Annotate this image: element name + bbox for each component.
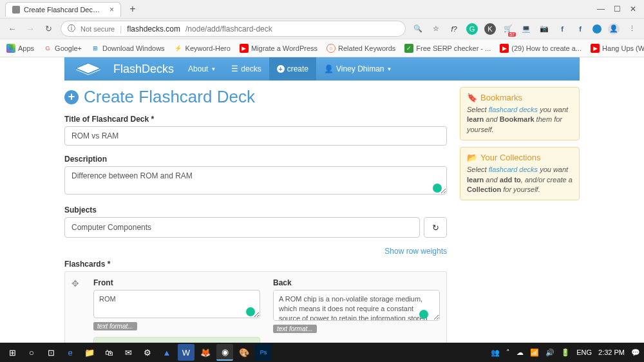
- mail-icon[interactable]: ✉: [120, 344, 137, 361]
- tray-up-icon[interactable]: ˄: [506, 348, 510, 357]
- back-text-format-button[interactable]: text format...: [273, 325, 317, 333]
- flashcard-decks-link[interactable]: flashcard decks: [489, 106, 538, 113]
- forward-button[interactable]: →: [24, 23, 36, 35]
- title-input[interactable]: [64, 126, 447, 146]
- front-text-format-button[interactable]: text format...: [93, 322, 137, 330]
- plus-circle-icon: +: [64, 90, 79, 104]
- avatar[interactable]: 👤: [608, 23, 620, 35]
- bookmark-google[interactable]: GGoogle+: [43, 44, 82, 53]
- volume-icon[interactable]: 🔊: [545, 348, 554, 357]
- ext-fb2-icon[interactable]: f: [574, 23, 586, 35]
- edge-icon[interactable]: e: [62, 344, 79, 361]
- title-label: Title of Flashcard Deck *: [64, 115, 447, 124]
- bookmark-apps[interactable]: ⠿Apps: [6, 44, 34, 53]
- grammarly-icon[interactable]: [246, 307, 255, 316]
- subjects-input[interactable]: [64, 217, 420, 238]
- cortana-button[interactable]: ○: [23, 344, 40, 361]
- new-tab-button[interactable]: +: [126, 3, 139, 15]
- bookmark-windows[interactable]: ⊞Download Windows: [91, 44, 165, 53]
- chrome-icon[interactable]: ◉: [216, 344, 233, 361]
- word-icon[interactable]: W: [178, 344, 194, 361]
- nav-decks[interactable]: ☰decks: [223, 57, 269, 81]
- grammarly-icon[interactable]: [433, 184, 442, 193]
- minimize-button[interactable]: —: [597, 5, 605, 14]
- subjects-label: Subjects: [64, 205, 447, 214]
- front-textarea[interactable]: ROM: [93, 290, 260, 318]
- user-icon: 👤: [324, 64, 334, 73]
- bookmark-keyword[interactable]: ⚡Keyword-Hero: [174, 44, 231, 53]
- bookmarks-panel: 🔖Bookmarks Select flashcard decks you wa…: [460, 87, 580, 140]
- ext-devices-icon[interactable]: 💻: [520, 23, 532, 35]
- ext-cart-icon[interactable]: 🛒57: [502, 23, 514, 35]
- start-button[interactable]: ⊞: [4, 344, 21, 361]
- onedrive-icon[interactable]: ☁: [516, 348, 524, 357]
- close-window-button[interactable]: ✕: [630, 5, 636, 14]
- paint-icon[interactable]: 🎨: [236, 344, 252, 361]
- security-label: Not secure: [80, 25, 115, 33]
- site-logo[interactable]: [64, 61, 112, 78]
- brand[interactable]: FlashDecks: [112, 62, 180, 76]
- bookmark-howto[interactable]: ▶(29) How to create a...: [500, 44, 582, 53]
- ext-f-icon[interactable]: f?: [448, 23, 460, 35]
- lang-indicator[interactable]: ENG: [576, 348, 592, 356]
- grammarly-icon[interactable]: [419, 310, 428, 319]
- url-path: /node/add/flashcard-deck: [185, 24, 272, 33]
- nav-create[interactable]: +create: [269, 57, 316, 81]
- grammarly-ext-icon[interactable]: G: [466, 23, 478, 35]
- address-bar[interactable]: ⓘ Not secure | flashdecks.com/node/add/f…: [61, 21, 406, 37]
- desc-label: Description: [64, 155, 447, 164]
- task-view-button[interactable]: ⊡: [43, 344, 59, 361]
- browser-tab[interactable]: Create Flashcard Deck | FlashDe... ×: [5, 2, 121, 17]
- wifi-icon[interactable]: 📶: [530, 348, 539, 357]
- ads-icon[interactable]: ▲: [158, 344, 175, 361]
- nav-about[interactable]: About ▼: [180, 57, 223, 81]
- back-textarea[interactable]: A ROM chip is a non-volatile storage med…: [273, 290, 440, 321]
- store-icon[interactable]: 🛍: [100, 344, 117, 361]
- bookmark-related[interactable]: ○Related Keywords: [327, 44, 395, 53]
- bookmark-serp[interactable]: ✓Free SERP checker - ...: [404, 44, 491, 53]
- reload-button[interactable]: ↻: [43, 23, 54, 35]
- collections-panel: 📂Your Collections Select flashcard decks…: [460, 147, 580, 200]
- menu-icon[interactable]: ⋮: [626, 23, 638, 35]
- front-label: Front: [93, 278, 260, 287]
- url-host: flashdecks.com: [127, 24, 180, 33]
- desc-textarea[interactable]: Difference between ROM and RAM: [64, 166, 447, 195]
- back-button[interactable]: ←: [6, 23, 18, 35]
- maximize-button[interactable]: ☐: [614, 5, 621, 14]
- folder-icon: 📂: [467, 153, 477, 162]
- bookmark-icon: 🔖: [467, 93, 477, 102]
- ext-blue-icon[interactable]: [592, 24, 601, 33]
- flashcards-label: Flashcards *: [64, 260, 447, 269]
- firefox-icon[interactable]: 🦊: [197, 344, 214, 361]
- photoshop-icon[interactable]: Ps: [255, 344, 272, 361]
- clock[interactable]: 2:32 PM: [598, 348, 625, 356]
- page-title: Create Flashcard Deck: [84, 87, 255, 107]
- favicon: [12, 6, 20, 14]
- ext-camera-icon[interactable]: 📷: [538, 23, 550, 35]
- bookmark-wp[interactable]: ▶Migrate a WordPress: [240, 44, 317, 53]
- list-icon: ☰: [231, 64, 238, 73]
- back-label: Back: [273, 278, 440, 287]
- row-weights-link[interactable]: Show row weights: [64, 247, 447, 256]
- close-tab-icon[interactable]: ×: [109, 5, 114, 14]
- svg-rect-0: [12, 6, 20, 14]
- notifications-icon[interactable]: 💬: [631, 348, 640, 357]
- info-icon: ⓘ: [68, 23, 75, 34]
- settings-icon[interactable]: ⚙: [139, 344, 156, 361]
- ext-k-icon[interactable]: K: [484, 23, 496, 35]
- flashcard-decks-link-2[interactable]: flashcard decks: [489, 166, 538, 173]
- battery-icon[interactable]: 🔋: [561, 348, 570, 357]
- ext-fb-icon[interactable]: f: [556, 23, 568, 35]
- star-icon[interactable]: ☆: [430, 23, 442, 35]
- nav-user[interactable]: 👤Viney Dhiman ▼: [316, 57, 399, 81]
- explorer-icon[interactable]: 📁: [81, 344, 98, 361]
- tab-title: Create Flashcard Deck | FlashDe...: [24, 6, 103, 14]
- search-icon[interactable]: 🔍: [412, 23, 424, 35]
- bookmark-hangups[interactable]: ▶Hang Ups (Want You: [591, 44, 644, 53]
- refresh-subjects-button[interactable]: ↻: [424, 217, 447, 238]
- plus-icon: +: [277, 65, 285, 73]
- people-icon[interactable]: 👥: [491, 348, 500, 357]
